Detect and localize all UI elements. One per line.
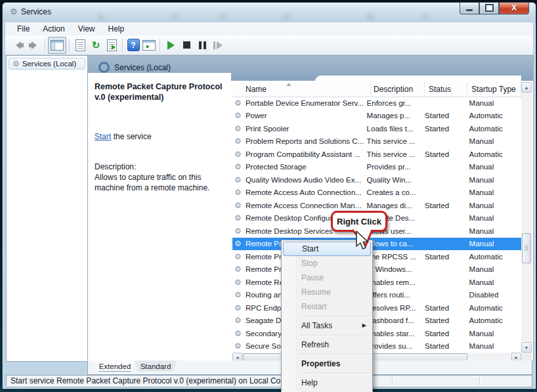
refresh-button[interactable]: ↻: [88, 38, 104, 53]
submenu-arrow-icon: ▶: [362, 318, 366, 333]
column-header-description[interactable]: Description: [371, 82, 425, 97]
service-gear-icon: ⚙: [234, 99, 244, 107]
cell-startup-type: Automatic: [466, 125, 521, 133]
table-row[interactable]: ⚙Secondary LogonEnables star...StartedMa…: [232, 327, 521, 340]
context-menu-item-resume: Resume: [282, 285, 372, 299]
table-header: Name Description Status Startup Type: [232, 82, 521, 97]
table-row[interactable]: ⚙Protected StorageProvides pr...Manual: [232, 161, 521, 174]
table-row[interactable]: ⚙Remote Procedure Call (RPC)The RPCSS ..…: [232, 250, 521, 263]
service-gear-icon: ⚙: [234, 125, 244, 133]
close-icon: X: [511, 3, 517, 12]
table-row[interactable]: ⚙Remote Packet Capture Proto...Allows to…: [232, 238, 521, 251]
forward-button[interactable]: [26, 38, 42, 53]
table-row[interactable]: ⚙Remote Access Auto Connection...Creates…: [232, 186, 521, 200]
cell-status: Started: [422, 253, 466, 261]
cell-startup-type: Manual: [466, 163, 521, 171]
context-menu-separator: [282, 371, 372, 376]
sidebar-item-services-local[interactable]: ⚙ Services (Local): [9, 58, 85, 70]
pause-service-button[interactable]: [194, 38, 210, 53]
cell-status: Started: [422, 112, 466, 120]
context-menu-item-properties[interactable]: Properties: [282, 357, 372, 371]
service-gear-icon: ⚙: [234, 227, 244, 235]
cell-description: Enables rem...: [366, 278, 422, 286]
service-gear-icon: ⚙: [234, 316, 244, 324]
service-gear-icon: ⚙: [234, 240, 244, 248]
help-button[interactable]: ?: [125, 38, 141, 53]
cell-name: Quality Windows Audio Video Ex...: [244, 176, 366, 184]
properties-button[interactable]: [72, 38, 88, 53]
export-list-icon: [107, 39, 117, 51]
cell-description: Provides su...: [366, 342, 422, 350]
show-action-pane-button[interactable]: [141, 38, 157, 53]
service-gear-icon: ⚙: [234, 330, 244, 338]
menu-action[interactable]: Action: [36, 23, 71, 35]
tab-extended[interactable]: Extended: [95, 360, 135, 372]
table-row[interactable]: ⚙PowerManages p...StartedAutomatic: [232, 110, 521, 123]
maximize-button[interactable]: [479, 3, 499, 14]
menu-file[interactable]: File: [11, 23, 36, 35]
cell-description: Creates a co...: [366, 188, 422, 196]
service-gear-icon: ⚙: [234, 163, 244, 171]
cell-startup-type: Manual: [466, 240, 521, 248]
cell-description: Resolves RP...: [366, 304, 422, 312]
table-row[interactable]: ⚙Quality Windows Audio Video Ex...Qualit…: [232, 173, 521, 186]
menu-help[interactable]: Help: [102, 23, 131, 35]
cell-name: Protected Storage: [244, 163, 366, 171]
column-header-status[interactable]: Status: [425, 82, 467, 97]
restart-service-button[interactable]: [210, 38, 226, 53]
table-row[interactable]: ⚙Remote Procedure Call (RPC) ...In Windo…: [232, 263, 521, 276]
minimize-button[interactable]: [460, 3, 479, 14]
minimize-icon: [466, 9, 473, 11]
column-header-name[interactable]: Name: [232, 82, 371, 97]
table-row[interactable]: ⚙Remote RegistryEnables rem...Manual: [232, 276, 521, 289]
stop-service-button[interactable]: [179, 38, 194, 53]
start-service-button[interactable]: [163, 38, 179, 53]
services-ring-icon: [98, 62, 110, 73]
cell-status: Started: [422, 150, 466, 158]
export-list-button[interactable]: [104, 38, 119, 53]
service-gear-icon: ⚙: [234, 188, 244, 196]
cell-description: Enables star...: [366, 330, 422, 338]
back-button[interactable]: [11, 38, 26, 53]
context-menu-item-all-tasks[interactable]: All Tasks▶: [282, 318, 372, 333]
table-row[interactable]: ⚙Portable Device Enumerator Serv...Enfor…: [232, 97, 521, 110]
cell-description: Enforces gr...: [366, 99, 422, 107]
table-row[interactable]: ⚙Problem Reports and Solutions C...This …: [232, 135, 521, 148]
table-row[interactable]: ⚙Seagate Dashboard ServicesDashboard f..…: [232, 315, 521, 328]
window-title: Services: [21, 7, 51, 16]
status-divider: [392, 377, 393, 385]
cell-description: Loads files t...: [366, 125, 422, 133]
close-button[interactable]: X: [499, 3, 529, 14]
show-console-tree-button[interactable]: [48, 37, 66, 54]
cell-startup-type: Automatic: [466, 112, 521, 120]
context-menu-item-stop: Stop: [282, 256, 372, 271]
cell-startup-type: Manual: [466, 278, 521, 286]
scroll-down-button[interactable]: ▼: [521, 342, 532, 353]
cell-startup-type: Manual: [466, 202, 521, 209]
start-service-link[interactable]: Start: [95, 132, 111, 141]
cell-name: Remote Access Connection Man...: [244, 202, 366, 209]
scroll-up-button[interactable]: ▲: [521, 82, 532, 93]
service-gear-icon: ⚙: [234, 112, 244, 120]
tab-standard[interactable]: Standard: [134, 360, 177, 372]
vertical-scrollbar[interactable]: ▲ ▼: [521, 82, 532, 353]
cell-startup-type: Manual: [466, 227, 521, 235]
column-header-startup-type[interactable]: Startup Type: [467, 82, 521, 97]
table-row[interactable]: ⚙Print SpoolerLoads files t...StartedAut…: [232, 122, 521, 135]
pause-service-icon: [199, 41, 206, 49]
table-row[interactable]: ⚙RPC Endpoint MapperResolves RP...Starte…: [232, 301, 521, 315]
table-row[interactable]: ⚙Remote Access Connection Man...Manages …: [232, 199, 521, 212]
context-menu-item-refresh[interactable]: Refresh: [282, 338, 372, 352]
cell-description: The RPCSS ...: [366, 253, 422, 261]
context-menu-separator: [282, 333, 372, 338]
table-row[interactable]: ⚙Routing and Remote AccessOffers routi..…: [232, 289, 521, 302]
table-row[interactable]: ⚙Secure Socket Tunneling Proto...Provide…: [232, 340, 521, 353]
service-gear-icon: ⚙: [234, 291, 244, 299]
vertical-scroll-thumb[interactable]: [522, 233, 531, 263]
context-menu-item-help[interactable]: Help: [282, 376, 372, 390]
menu-view[interactable]: View: [72, 23, 102, 35]
cell-status: Started: [422, 125, 466, 133]
title-bar[interactable]: ⚙ Services X: [3, 3, 536, 22]
table-row[interactable]: ⚙Program Compatibility Assistant ...This…: [232, 148, 521, 161]
cell-name: Portable Device Enumerator Serv...: [244, 99, 366, 107]
